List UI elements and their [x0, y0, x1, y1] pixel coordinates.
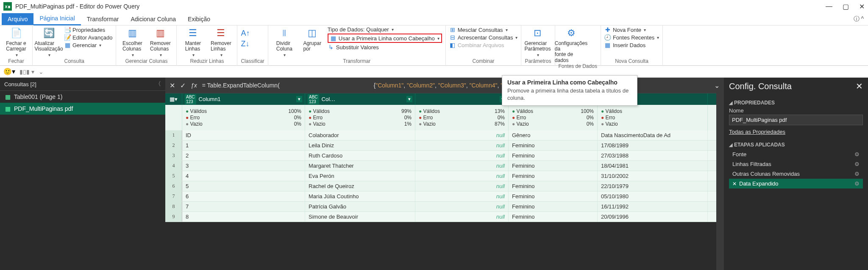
manage-params-button[interactable]: ⊡Gerenciar Parâmetros — [525, 26, 550, 57]
gear-icon[interactable]: ⚙ — [854, 161, 860, 167]
all-properties-link[interactable]: Todas as Propriedades — [729, 129, 863, 135]
datasource-settings-button[interactable]: ⚙Configurações da fonte de dados — [559, 26, 584, 63]
cell[interactable]: 4 — [182, 171, 305, 181]
replace-values-button[interactable]: ↳Substituir Valores — [328, 44, 442, 51]
applied-step[interactable]: Fonte⚙ — [729, 149, 863, 159]
cell[interactable]: Feminino — [509, 141, 598, 150]
column-header[interactable]: ABC123Column1▾ — [182, 93, 305, 105]
table-row[interactable]: 76Maria Júlia CoutinhonullFeminino05/10/… — [165, 191, 716, 202]
select-all-corner[interactable]: ▦▾ — [165, 93, 182, 105]
cell[interactable]: 2 — [182, 151, 305, 160]
remove-columns-button[interactable]: ▥Remover Colunas — [147, 26, 173, 57]
cell[interactable]: 16/11/1992 — [598, 202, 708, 211]
close-load-button[interactable]: 📄Fechar e Carregar — [3, 26, 29, 57]
table-row[interactable]: 87Patrícia GalvãonullFeminino16/11/1992 — [165, 202, 716, 212]
table-row[interactable]: 1IDColaboradornullGêneroData NascimentoD… — [165, 130, 716, 141]
tab-file[interactable]: Arquivo — [2, 13, 33, 25]
table-row[interactable]: 43Margaret ThatchernullFeminino18/04/198… — [165, 161, 716, 171]
cell[interactable]: null — [415, 171, 509, 181]
cell[interactable]: 27/03/1988 — [598, 151, 708, 160]
tab-addcolumn[interactable]: Adicionar Coluna — [125, 13, 182, 25]
keep-rows-button[interactable]: ☰Manter Linhas — [180, 26, 206, 57]
cell[interactable]: ID — [182, 130, 305, 140]
query-name-input[interactable] — [729, 115, 863, 125]
cell[interactable]: 22/10/1979 — [598, 181, 708, 191]
cell[interactable]: null — [415, 130, 509, 140]
steps-section-header[interactable]: ETAPAS APLICADAS — [729, 142, 863, 148]
cell[interactable]: Feminino — [509, 161, 598, 171]
cell[interactable]: Feminino — [509, 151, 598, 160]
cell[interactable]: Patrícia Galvão — [305, 202, 415, 211]
cell[interactable]: null — [415, 151, 509, 160]
formula-accept-button[interactable]: ✓ — [180, 82, 186, 90]
table-row[interactable]: 98Simone de BeauvoirnullFeminino20/09/19… — [165, 212, 716, 222]
help-button[interactable]: ⓘ ^ — [854, 15, 864, 23]
table-row[interactable]: 65Rachel de QueiroznullFeminino22/10/197… — [165, 181, 716, 191]
cell[interactable]: null — [415, 141, 509, 150]
cell[interactable]: null — [415, 191, 509, 201]
column-filter-button[interactable]: ▾ — [296, 96, 302, 102]
cell[interactable]: 6 — [182, 191, 305, 201]
emoji-icon[interactable]: 🙂▾ — [3, 68, 15, 76]
cell[interactable]: 8 — [182, 212, 305, 222]
delete-step-icon[interactable]: ✕ — [732, 181, 737, 187]
cell[interactable]: Leila Diniz — [305, 141, 415, 150]
table-row[interactable]: 54Eva PerónnullFeminino31/10/2002 — [165, 171, 716, 181]
close-button[interactable]: ✕ — [859, 3, 865, 11]
tab-home[interactable]: Página Inicial — [33, 12, 81, 25]
cell[interactable]: Maria Júlia Coutinho — [305, 191, 415, 201]
cell[interactable]: null — [415, 161, 509, 171]
queries-collapse-button[interactable]: 〈 — [155, 80, 161, 88]
gear-icon[interactable]: ⚙ — [854, 151, 860, 158]
cell[interactable]: Eva Perón — [305, 171, 415, 181]
cell[interactable]: Data NascimentoData de Ad — [598, 130, 708, 140]
datatype-button[interactable]: Tipo de Dados: Qualquer — [328, 26, 442, 33]
cell[interactable]: 05/10/1980 — [598, 191, 708, 201]
minimize-button[interactable]: — — [826, 3, 832, 11]
barchart-icon[interactable]: ▮▯▮ ▾ — [19, 68, 34, 75]
cell[interactable]: Gênero — [509, 130, 598, 140]
merge-queries-button[interactable]: ⊞Mesclar Consultas — [449, 26, 518, 33]
column-filter-button[interactable]: ▾ — [406, 96, 412, 102]
cell[interactable]: Colaborador — [305, 130, 415, 140]
cell[interactable]: 7 — [182, 202, 305, 211]
manage-button[interactable]: ▦Gerenciar — [64, 42, 112, 48]
cell[interactable]: Margaret Thatcher — [305, 161, 415, 171]
table-row[interactable]: 21Leila DiniznullFeminino17/08/1989 — [165, 141, 716, 151]
config-close-button[interactable]: ✕ — [856, 81, 863, 91]
cell[interactable]: Rachel de Queiroz — [305, 181, 415, 191]
cell[interactable]: Simone de Beauvoir — [305, 212, 415, 222]
cell[interactable]: 3 — [182, 161, 305, 171]
query-item[interactable]: ▦PDF_MultiPaginas pdf — [0, 103, 165, 115]
cell[interactable]: Feminino — [509, 202, 598, 211]
cell[interactable]: null — [415, 181, 509, 191]
cell[interactable]: 5 — [182, 181, 305, 191]
tab-view[interactable]: Exibição — [182, 13, 216, 25]
combine-files-button[interactable]: ◧Combinar Arquivos — [449, 42, 518, 48]
cell[interactable]: 31/10/2002 — [598, 171, 708, 181]
column-header[interactable]: ABC123Col…▾ — [305, 93, 415, 105]
cell[interactable]: Ruth Cardoso — [305, 151, 415, 160]
table-row[interactable]: 32Ruth CardosonullFeminino27/03/1988 — [165, 151, 716, 161]
cell[interactable]: null — [415, 212, 509, 222]
sort-asc-button[interactable]: A↑ — [241, 29, 250, 38]
cell[interactable]: Feminino — [509, 181, 598, 191]
applied-step[interactable]: Outras Colunas Removidas⚙ — [729, 169, 863, 179]
gear-icon[interactable]: ⚙ — [854, 180, 860, 187]
cell[interactable]: 17/08/1989 — [598, 141, 708, 150]
applied-step[interactable]: Linhas Filtradas⚙ — [729, 159, 863, 169]
formula-expand-button[interactable]: ⌄ — [714, 82, 720, 90]
cell[interactable]: 18/04/1981 — [598, 161, 708, 171]
new-source-button[interactable]: ✚Nova Fonte — [604, 26, 659, 33]
refresh-preview-button[interactable]: 🔄Atualizar Visualização — [36, 26, 61, 57]
group-by-button[interactable]: ◫Agrupar por — [300, 26, 325, 52]
sort-desc-button[interactable]: Z↓ — [241, 39, 249, 48]
remove-rows-button[interactable]: ☰Remover Linhas — [208, 26, 234, 57]
split-column-button[interactable]: ⫴Dividir Coluna — [272, 26, 297, 57]
cell[interactable]: Feminino — [509, 212, 598, 222]
properties-section-header[interactable]: PROPRIEDADES — [729, 100, 863, 106]
first-row-headers-button[interactable]: ▦Usar a Primeira Linha como Cabeçalho — [328, 34, 442, 43]
gear-icon[interactable]: ⚙ — [854, 171, 860, 177]
choose-columns-button[interactable]: ▥Escolher Colunas — [120, 26, 145, 57]
cell[interactable]: null — [415, 202, 509, 211]
